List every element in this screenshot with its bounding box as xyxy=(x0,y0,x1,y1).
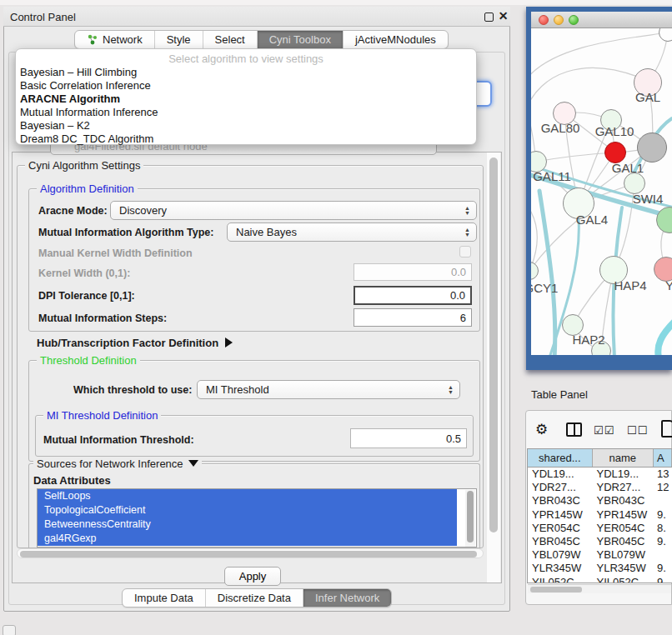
sources-group-label[interactable]: Sources for Network Inference xyxy=(33,458,202,470)
document-icon[interactable] xyxy=(661,420,672,438)
mi-threshold-field[interactable]: 0.5 xyxy=(350,428,467,448)
column-header-name[interactable]: name xyxy=(593,449,654,467)
deselect-all-checks-icon[interactable]: ☐☐ xyxy=(627,424,648,437)
table-panel-title: Table Panel xyxy=(531,388,588,401)
tab-cyni-toolbox[interactable]: Cyni Toolbox xyxy=(258,31,344,48)
zoom-traffic-light[interactable] xyxy=(569,15,579,25)
columns-icon[interactable] xyxy=(566,422,582,437)
float-window-icon[interactable] xyxy=(484,12,494,22)
settings-horizontal-scrollbar[interactable] xyxy=(17,548,484,558)
table-row[interactable]: YBR043CYBR043C xyxy=(528,494,672,508)
attribute-item-selected[interactable]: BetweennessCentrality xyxy=(38,518,457,532)
tab-infer-network[interactable]: Infer Network xyxy=(303,589,391,607)
cell-shared: YPR145W xyxy=(528,508,593,522)
mi-steps-field[interactable]: 6 xyxy=(354,308,472,327)
algorithm-option[interactable]: Bayesian – K2 xyxy=(16,119,476,132)
table-row[interactable]: YBL079WYBL079W xyxy=(528,548,672,562)
table-row[interactable]: YIL052CYIL052C9. xyxy=(528,576,672,584)
cell-shared: YBL079W xyxy=(528,548,593,562)
minimize-traffic-light[interactable] xyxy=(554,15,564,25)
attributes-vertical-scrollbar-thumb[interactable] xyxy=(467,491,474,542)
table-row[interactable]: YDL19...YDL19...13 xyxy=(528,468,672,481)
mi-steps-value: 6 xyxy=(460,312,466,324)
tab-select[interactable]: Select xyxy=(203,31,258,48)
close-traffic-light[interactable] xyxy=(539,15,549,25)
algorithm-option[interactable]: Dream8 DC_TDC Algorithm xyxy=(16,132,476,146)
mi-type-value: Naive Bayes xyxy=(236,226,297,238)
algorithm-popup-prompt: Select algorithm to view settings xyxy=(16,52,476,66)
apply-button[interactable]: Apply xyxy=(224,567,281,586)
cell-name: YPR145W xyxy=(593,508,654,522)
control-panel-titlebar[interactable] xyxy=(3,7,510,27)
node-label: GCY1 xyxy=(531,281,566,295)
node-label: SWI4 xyxy=(623,192,672,206)
select-all-checks-icon[interactable]: ☑☑ xyxy=(594,424,614,437)
table-row[interactable]: YPR145WYPR145W9. xyxy=(528,508,672,522)
attributes-vertical-scrollbar[interactable] xyxy=(465,490,475,547)
mi-type-label: Mutual Information Algorithm Type: xyxy=(38,227,213,238)
table-horizontal-scrollbar-thumb[interactable] xyxy=(530,587,582,592)
collapsed-panel-icon[interactable] xyxy=(3,625,16,635)
control-panel-tabbar: Network Style Select Cyni Toolbox jActiv… xyxy=(74,30,449,49)
aracne-mode-combo[interactable]: Discovery ▲▼ xyxy=(110,201,477,220)
attribute-item-selected[interactable]: SelfLoops xyxy=(38,489,457,503)
collapsed-arrow-icon xyxy=(225,338,233,348)
dpi-tolerance-field[interactable]: 0.0 xyxy=(354,286,472,305)
mi-threshold-label: Mutual Information Threshold: xyxy=(43,434,194,446)
network-canvas[interactable]: GAL GAL80 GAL10 GAL1 GAL11 SWI4 GAL4 GCY… xyxy=(531,28,672,355)
algorithm-option[interactable]: Bayesian – Hill Climbing xyxy=(16,66,476,79)
manual-kernel-label: Manual Kernel Width Definition xyxy=(38,248,193,259)
table-horizontal-scrollbar[interactable] xyxy=(528,584,671,593)
manual-kernel-checkbox[interactable] xyxy=(459,246,471,258)
network-window-titlebar[interactable] xyxy=(531,12,672,28)
control-panel-title: Control Panel xyxy=(10,11,76,23)
kernel-width-label: Kernel Width (0,1): xyxy=(38,268,130,279)
tab-style[interactable]: Style xyxy=(155,31,203,48)
settings-horizontal-scrollbar-thumb[interactable] xyxy=(20,551,477,558)
cell-shared: YBR045C xyxy=(528,535,593,548)
attribute-item-selected[interactable]: gal4RGexp xyxy=(38,532,457,546)
settings-vertical-scrollbar-thumb[interactable] xyxy=(489,158,498,532)
tab-network[interactable]: Network xyxy=(75,31,155,48)
column-header-a[interactable]: A xyxy=(654,449,672,467)
node-label: GAL1 xyxy=(603,161,653,175)
tab-discretize-data[interactable]: Discretize Data xyxy=(206,589,303,607)
gear-icon[interactable]: ⚙ xyxy=(535,421,548,438)
table-row[interactable]: YDR27...YDR27...12 xyxy=(528,481,672,494)
tab-style-label: Style xyxy=(167,33,191,46)
cell-name: YBR045C xyxy=(593,535,654,548)
attribute-item-selected[interactable]: TopologicalCoefficient xyxy=(38,503,457,518)
cell-a: 12 xyxy=(654,481,672,494)
tab-impute-data[interactable]: Impute Data xyxy=(123,589,206,607)
tab-discretize-data-label: Discretize Data xyxy=(218,592,291,604)
tab-jactivemnodules[interactable]: jActiveMNodules xyxy=(344,31,448,48)
mi-steps-label: Mutual Information Steps: xyxy=(38,312,167,324)
network-icon xyxy=(87,34,98,45)
close-icon[interactable]: ✕ xyxy=(498,11,509,22)
algorithm-option[interactable]: Basic Correlation Inference xyxy=(16,79,476,92)
mi-type-combo[interactable]: Naive Bayes ▲▼ xyxy=(227,222,477,242)
kernel-width-field[interactable]: 0.0 xyxy=(354,263,472,281)
hub-definition-label: Hub/Transcription Factor Definition xyxy=(37,337,218,349)
hub-definition-toggle[interactable]: Hub/Transcription Factor Definition xyxy=(37,337,233,349)
cell-a: 13 xyxy=(654,468,672,481)
bottom-tabbar: Impute Data Discretize Data Infer Networ… xyxy=(122,588,392,608)
combo-arrows-icon: ▲▼ xyxy=(464,228,470,238)
table-row[interactable]: YLR345WYLR345W9. xyxy=(528,562,672,575)
table-row[interactable]: YER054CYER054C8. xyxy=(528,522,672,535)
algorithm-option[interactable]: Mutual Information Inference xyxy=(16,106,476,119)
node-label: GAL80 xyxy=(535,121,585,135)
table-row[interactable]: YBR045CYBR045C9. xyxy=(528,535,672,548)
which-threshold-combo[interactable]: MI Threshold ▲▼ xyxy=(197,380,460,399)
cell-name: YBL079W xyxy=(593,548,654,562)
algorithm-option-selected[interactable]: ARACNE Algorithm xyxy=(16,92,476,106)
node-gray[interactable] xyxy=(637,132,667,162)
data-attributes-label: Data Attributes xyxy=(33,474,111,487)
tab-jactivemnodules-label: jActiveMNodules xyxy=(355,33,436,46)
column-header-shared-name[interactable]: shared... xyxy=(528,449,593,467)
cell-a: 9. xyxy=(654,535,672,548)
node-table: shared... name A YDL19...YDL19...13 YDR2… xyxy=(527,448,672,583)
which-threshold-label: Which threshold to use: xyxy=(73,384,192,396)
settings-vertical-scrollbar[interactable] xyxy=(487,152,500,582)
mi-threshold-group-label: MI Threshold Definition xyxy=(43,409,161,422)
